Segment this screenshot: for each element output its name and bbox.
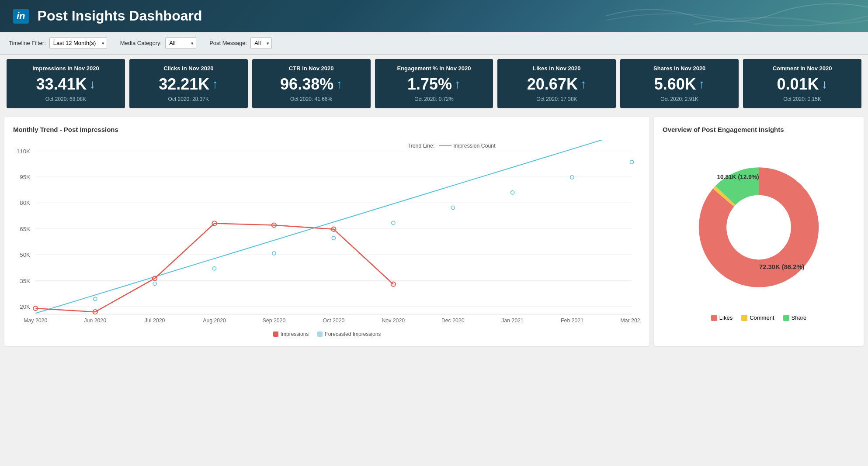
kpi-title-6: Comment in Nov 2020: [750, 65, 854, 72]
svg-text:80K: 80K: [20, 200, 30, 206]
svg-text:May 2020: May 2020: [24, 318, 47, 324]
impressions-dot: [273, 331, 278, 337]
kpi-card-6: Comment in Nov 2020 0.01K↓ Oct 2020: 0.1…: [743, 59, 861, 108]
kpi-title-1: Clicks in Nov 2020: [136, 65, 241, 72]
header: in Post Insights Dashboard: [0, 0, 868, 32]
svg-text:Feb 2021: Feb 2021: [561, 318, 583, 324]
kpi-value-0: 33.41K↓: [14, 75, 118, 93]
kpi-prev-3: Oct 2020: 0.72%: [382, 96, 486, 102]
svg-point-42: [570, 176, 574, 179]
kpi-arrow-0: ↓: [89, 77, 95, 91]
svg-text:Oct 2020: Oct 2020: [323, 318, 344, 324]
svg-text:35K: 35K: [20, 278, 30, 284]
kpi-value-4: 20.67K↑: [504, 75, 609, 93]
kpi-row: Impressions in Nov 2020 33.41K↓ Oct 2020…: [0, 55, 868, 113]
timeline-filter-label: Timeline Filter:: [9, 40, 46, 46]
donut-legend: Likes Comment Share: [663, 314, 855, 321]
svg-point-40: [451, 206, 455, 210]
kpi-value-2: 96.38%↑: [259, 75, 364, 93]
kpi-title-0: Impressions in Nov 2020: [14, 65, 118, 72]
chart-area: 110K 95K 80K 65K 50K 35K 20K May: [13, 140, 641, 328]
kpi-value-5: 5.60K↑: [627, 75, 732, 93]
kpi-title-2: CTR in Nov 2020: [259, 65, 364, 72]
forecasted-label: Forecasted Impressions: [325, 331, 381, 337]
media-filter-label: Media Category:: [120, 40, 162, 46]
svg-text:110K: 110K: [17, 148, 30, 155]
kpi-value-1: 32.21K↑: [136, 75, 241, 93]
svg-point-39: [392, 221, 395, 224]
svg-point-36: [212, 267, 216, 270]
chart-bottom-legend: Impressions Forecasted Impressions: [13, 331, 641, 337]
kpi-card-5: Shares in Nov 2020 5.60K↑ Oct 2020: 2.91…: [620, 59, 739, 108]
svg-text:Trend Line:: Trend Line:: [408, 143, 435, 149]
kpi-prev-6: Oct 2020: 0.15K: [750, 96, 854, 102]
kpi-arrow-2: ↑: [336, 77, 342, 91]
message-select[interactable]: All: [250, 37, 272, 49]
timeline-select-wrapper: Last 12 Month(s) Last 6 Month(s) Last 3 …: [49, 37, 107, 49]
legend-forecasted: Forecasted Impressions: [317, 331, 381, 337]
svg-line-26: [35, 140, 632, 313]
message-filter-group: Post Message: All: [209, 37, 272, 49]
message-filter-label: Post Message:: [209, 40, 247, 46]
media-select[interactable]: All Image Video Text: [165, 37, 196, 49]
svg-text:Impression Count: Impression Count: [453, 143, 496, 149]
svg-point-35: [153, 282, 156, 286]
donut-panel: Overview of Post Engagement Insights 10.…: [654, 117, 864, 346]
kpi-arrow-6: ↓: [822, 77, 828, 91]
kpi-card-0: Impressions in Nov 2020 33.41K↓ Oct 2020…: [7, 59, 125, 108]
line-chart-svg: 110K 95K 80K 65K 50K 35K 20K May: [13, 140, 641, 328]
share-legend-dot: [783, 315, 789, 321]
page-title: Post Insights Dashboard: [38, 8, 202, 24]
kpi-arrow-4: ↑: [580, 77, 587, 91]
svg-point-34: [94, 297, 97, 300]
kpi-value-6: 0.01K↓: [750, 75, 854, 93]
svg-text:Dec 2020: Dec 2020: [441, 318, 465, 324]
kpi-card-4: Likes in Nov 2020 20.67K↑ Oct 2020: 17.3…: [497, 59, 616, 108]
legend-comment: Comment: [741, 314, 774, 321]
kpi-arrow-5: ↑: [699, 77, 705, 91]
message-select-wrapper: All: [250, 37, 272, 49]
donut-title: Overview of Post Engagement Insights: [663, 126, 855, 133]
chart-panel: Monthly Trend - Post Impressions 110K 95…: [4, 117, 649, 346]
svg-point-41: [511, 191, 514, 194]
timeline-filter-group: Timeline Filter: Last 12 Month(s) Last 6…: [9, 37, 107, 49]
filter-bar: Timeline Filter: Last 12 Month(s) Last 6…: [0, 32, 868, 55]
kpi-prev-1: Oct 2020: 28.37K: [136, 96, 241, 102]
kpi-value-3: 1.75%↑: [382, 75, 486, 93]
forecasted-dot: [317, 331, 323, 337]
share-legend-label: Share: [792, 314, 807, 321]
svg-text:72.30K (86.2%): 72.30K (86.2%): [759, 263, 805, 270]
kpi-card-1: Clicks in Nov 2020 32.21K↑ Oct 2020: 28.…: [129, 59, 248, 108]
kpi-prev-5: Oct 2020: 2.91K: [627, 96, 732, 102]
svg-text:Sep 2020: Sep 2020: [263, 318, 286, 324]
timeline-select[interactable]: Last 12 Month(s) Last 6 Month(s) Last 3 …: [49, 37, 107, 49]
media-select-wrapper: All Image Video Text: [165, 37, 196, 49]
svg-text:Mar 2021: Mar 2021: [621, 318, 641, 324]
kpi-arrow-3: ↑: [455, 77, 461, 91]
kpi-prev-0: Oct 2020: 68.08K: [14, 96, 118, 102]
kpi-title-5: Shares in Nov 2020: [627, 65, 732, 72]
impressions-label: Impressions: [281, 331, 309, 337]
svg-text:Jan 2021: Jan 2021: [501, 318, 524, 324]
comment-legend-label: Comment: [750, 314, 774, 321]
linkedin-logo: in: [13, 9, 29, 24]
svg-text:Jun 2020: Jun 2020: [84, 318, 106, 324]
svg-text:20K: 20K: [20, 304, 30, 310]
kpi-card-3: Engagement % in Nov 2020 1.75%↑ Oct 2020…: [375, 59, 493, 108]
svg-point-38: [332, 236, 335, 240]
legend-share: Share: [783, 314, 807, 321]
svg-text:95K: 95K: [20, 174, 30, 180]
main-content: Monthly Trend - Post Impressions 110K 95…: [0, 113, 868, 350]
legend-impressions: Impressions: [273, 331, 309, 337]
kpi-prev-4: Oct 2020: 17.38K: [504, 96, 609, 102]
kpi-card-2: CTR in Nov 2020 96.38%↑ Oct 2020: 41.66%: [252, 59, 371, 108]
comment-legend-dot: [741, 315, 747, 321]
svg-text:Jul 2020: Jul 2020: [145, 318, 165, 324]
kpi-title-3: Engagement % in Nov 2020: [382, 65, 486, 72]
svg-text:10.81K (12.9%): 10.81K (12.9%): [717, 174, 759, 180]
legend-likes: Likes: [711, 314, 733, 321]
svg-text:65K: 65K: [20, 226, 30, 232]
svg-text:50K: 50K: [20, 252, 30, 258]
svg-point-43: [630, 160, 633, 164]
svg-text:Aug 2020: Aug 2020: [203, 318, 226, 324]
